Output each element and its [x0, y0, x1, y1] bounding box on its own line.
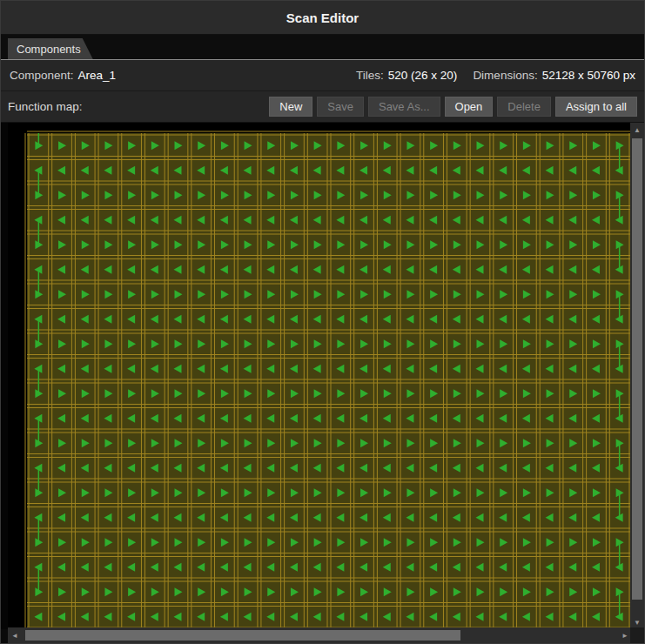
- tiles-label: Tiles:: [356, 69, 384, 82]
- open-button[interactable]: Open: [445, 97, 494, 117]
- scan-canvas-area: [1, 123, 645, 629]
- function-map-bar: Function map: New Save Save As... Open D…: [1, 91, 644, 123]
- tab-components-label: Components: [17, 43, 81, 56]
- horizontal-scrollbar[interactable]: ◄ ►: [8, 627, 632, 643]
- assign-to-all-button[interactable]: Assign to all: [555, 97, 637, 117]
- vertical-scrollbar-thumb[interactable]: [632, 138, 642, 600]
- scan-grid-svg[interactable]: [8, 123, 632, 629]
- info-right: Tiles: 520 (26 x 20) Dimensions: 52128 x…: [356, 69, 635, 82]
- dimensions-info: Dimensions: 52128 x 50760 px: [473, 69, 635, 82]
- scan-grid-viewport[interactable]: [8, 123, 632, 629]
- function-map-label: Function map:: [8, 100, 83, 113]
- save-as-button[interactable]: Save As...: [368, 97, 440, 117]
- scroll-up-icon[interactable]: ▲: [630, 123, 644, 137]
- vertical-scrollbar[interactable]: ▲ ▼: [630, 123, 644, 629]
- save-button[interactable]: Save: [317, 97, 364, 117]
- component-value: Area_1: [78, 69, 117, 82]
- page-title: Scan Editor: [286, 10, 359, 25]
- new-button[interactable]: New: [269, 97, 312, 117]
- tiles-value: 520 (26 x 20): [388, 69, 458, 82]
- dimensions-value: 52128 x 50760 px: [542, 69, 635, 82]
- title-bar: Scan Editor: [1, 1, 644, 35]
- tab-strip: Components: [1, 35, 644, 60]
- horizontal-scrollbar-thumb[interactable]: [25, 630, 460, 641]
- tab-components[interactable]: Components: [8, 38, 93, 59]
- component-info: Component: Area_1: [10, 69, 116, 82]
- scrollbar-corner: [630, 627, 644, 643]
- function-map-buttons: New Save Save As... Open Delete Assign t…: [269, 97, 637, 117]
- delete-button[interactable]: Delete: [497, 97, 551, 117]
- tiles-info: Tiles: 520 (26 x 20): [356, 69, 457, 82]
- dimensions-label: Dimensions:: [473, 69, 537, 82]
- component-label: Component:: [10, 69, 74, 82]
- info-bar: Component: Area_1 Tiles: 520 (26 x 20) D…: [1, 60, 644, 91]
- scroll-left-icon[interactable]: ◄: [8, 627, 22, 643]
